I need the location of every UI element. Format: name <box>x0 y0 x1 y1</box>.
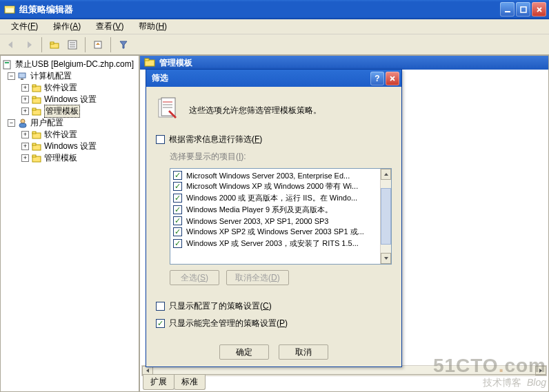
select-all-button[interactable]: 全选(S) <box>170 270 219 285</box>
svg-marker-6 <box>8 41 12 48</box>
tree-label: Windows 设置 <box>44 141 97 152</box>
checkbox-icon[interactable] <box>156 302 165 311</box>
checkbox-icon[interactable] <box>156 135 165 144</box>
filter-button[interactable] <box>115 37 132 53</box>
svg-rect-19 <box>19 73 26 78</box>
export-button[interactable] <box>90 37 106 53</box>
checkbox-icon[interactable] <box>173 227 182 236</box>
menu-help[interactable]: 帮助(H) <box>132 19 174 34</box>
list-item[interactable]: Windows XP SP2 或 Windows Server 2003 SP1… <box>172 226 390 238</box>
svg-marker-38 <box>539 369 542 373</box>
tree-user[interactable]: − 用户配置 <box>2 117 137 129</box>
cancel-button[interactable]: 取消 <box>279 344 328 360</box>
expand-icon[interactable]: + <box>21 84 29 92</box>
checkbox-icon[interactable] <box>173 182 182 191</box>
tree-label: 软件设置 <box>44 82 77 94</box>
tree-pane[interactable]: 禁止USB [Belgium-DC.zhp.com] − 计算机配置 + 软件设… <box>0 55 139 392</box>
tab-standard[interactable]: 标准 <box>174 375 206 390</box>
svg-rect-20 <box>21 79 23 80</box>
filter-by-requirements-checkbox[interactable]: 根据需求信息进行筛选(F) <box>156 134 392 145</box>
expand-icon[interactable]: + <box>21 131 29 138</box>
svg-rect-32 <box>32 143 36 145</box>
tree-item[interactable]: + 软件设置 <box>2 82 137 94</box>
list-item[interactable]: Microsoft Windows XP 或 Windows 2000 带有 W… <box>172 180 390 192</box>
filter-dialog: 筛选 ? 这些选项允许您筛选管理模板策略。 根据需求信息进行筛选(F) 选择要显… <box>146 69 402 367</box>
list-item-label: Microsoft Windows Server 2003, Enterpris… <box>186 172 350 180</box>
window-buttons <box>500 2 546 17</box>
deselect-all-button[interactable]: 取消全选(D) <box>226 270 289 285</box>
svg-marker-47 <box>384 173 388 176</box>
tree-user-label: 用户配置 <box>30 117 63 129</box>
checkbox-icon[interactable] <box>173 171 182 180</box>
list-item-label: Windows XP SP2 或 Windows Server 2003 SP1… <box>186 227 364 237</box>
svg-rect-18 <box>5 62 9 63</box>
tree-item[interactable]: + Windows 设置 <box>2 94 137 105</box>
scroll-thumb[interactable] <box>381 188 391 245</box>
help-button[interactable]: ? <box>370 72 384 85</box>
dialog-close-button[interactable] <box>386 72 399 85</box>
checkbox-label: 只显示配置了的策略设置(C) <box>169 300 272 312</box>
tree-root-label: 禁止USB [Belgium-DC.zhp.com] <box>15 59 134 70</box>
gpo-icon <box>2 59 13 70</box>
tab-extended[interactable]: 扩展 <box>143 375 174 390</box>
close-button[interactable] <box>532 2 546 17</box>
back-button[interactable] <box>3 37 19 53</box>
folder-icon <box>144 56 155 70</box>
forward-button[interactable] <box>21 37 37 53</box>
list-item[interactable]: Windows Server 2003, XP SP1, 2000 SP3 <box>172 216 390 226</box>
scroll-down-icon[interactable] <box>381 253 391 264</box>
computer-icon <box>17 71 28 82</box>
content-header: 管理模板 <box>140 56 548 70</box>
expand-icon[interactable]: + <box>21 154 29 162</box>
collapse-icon[interactable]: − <box>8 72 15 80</box>
menu-view[interactable]: 查看(V) <box>89 19 130 34</box>
expand-icon[interactable]: + <box>21 143 29 150</box>
folder-icon <box>31 106 42 117</box>
svg-rect-22 <box>32 85 36 87</box>
menu-file[interactable]: 文件(F) <box>4 19 45 34</box>
tree-item[interactable]: + 软件设置 <box>2 129 137 141</box>
checkbox-icon[interactable] <box>173 216 182 225</box>
only-configured-checkbox[interactable]: 只显示配置了的策略设置(C) <box>156 300 392 312</box>
tree-item[interactable]: + Windows 设置 <box>2 141 137 152</box>
checkbox-icon[interactable] <box>156 319 165 328</box>
items-listbox[interactable]: Microsoft Windows Server 2003, Enterpris… <box>170 168 392 265</box>
toolbar-separator <box>41 37 42 52</box>
scroll-up-icon[interactable] <box>381 169 391 180</box>
tab-bar: 扩展 标准 <box>143 374 546 390</box>
svg-rect-24 <box>32 96 36 99</box>
minimize-button[interactable] <box>500 2 515 17</box>
list-item[interactable]: Windows 2000 或 更高版本，运行 IIS。在 Windo... <box>172 192 390 204</box>
checkbox-icon[interactable] <box>173 239 182 248</box>
expand-icon[interactable]: + <box>21 96 29 103</box>
tree-item[interactable]: + 管理模板 <box>2 152 137 164</box>
checkbox-icon[interactable] <box>173 205 182 214</box>
dialog-titlebar: 筛选 ? <box>146 70 401 87</box>
listbox-scrollbar[interactable] <box>380 169 391 264</box>
folder-icon <box>31 130 42 141</box>
collapse-icon[interactable]: − <box>8 119 15 127</box>
tree-root[interactable]: 禁止USB [Belgium-DC.zhp.com] <box>2 59 137 70</box>
svg-rect-30 <box>32 132 36 134</box>
tree-label: 软件设置 <box>44 129 77 141</box>
properties-button[interactable] <box>64 37 81 53</box>
menu-action[interactable]: 操作(A) <box>46 19 88 34</box>
tree-computer[interactable]: − 计算机配置 <box>2 70 137 82</box>
tree-label: 管理模板 <box>44 152 77 164</box>
expand-icon[interactable]: + <box>21 107 29 115</box>
checkbox-icon[interactable] <box>173 194 182 203</box>
ok-button[interactable]: 确定 <box>219 344 269 360</box>
list-item[interactable]: Microsoft Windows Server 2003, Enterpris… <box>172 170 390 180</box>
maximize-button[interactable] <box>516 2 530 17</box>
list-item[interactable]: Windows XP 或 Server 2003，或安装了 RITS 1.5..… <box>172 238 390 249</box>
toolbar <box>0 34 549 55</box>
folder-icon <box>31 153 42 164</box>
only-managed-checkbox[interactable]: 只显示能完全管理的策略设置(P) <box>156 318 392 329</box>
list-item[interactable]: Windows Media Player 9 系列及更高版本。 <box>172 204 390 216</box>
up-button[interactable] <box>46 37 63 53</box>
svg-marker-37 <box>146 369 149 373</box>
tree-label: 管理模板 <box>44 105 80 118</box>
tree-label: Windows 设置 <box>44 94 97 105</box>
tree-item-selected[interactable]: + 管理模板 <box>2 105 137 117</box>
folder-icon <box>31 141 42 152</box>
